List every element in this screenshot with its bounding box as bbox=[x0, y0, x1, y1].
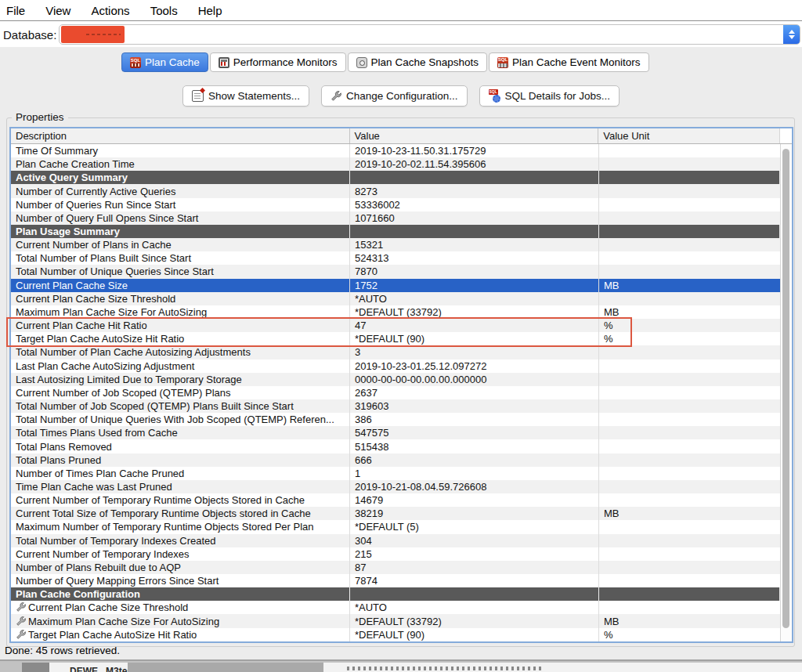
column-header-value[interactable]: Value bbox=[350, 128, 599, 143]
table-row[interactable]: Time Of Summary 2019-10-23-11.50.31.1757… bbox=[11, 144, 780, 157]
tab[interactable]: Performance Monitors bbox=[210, 52, 346, 72]
vertical-scrollbar[interactable] bbox=[780, 144, 792, 641]
value-cell: 7874 bbox=[350, 574, 599, 587]
description-text: Number of Plans Rebuilt due to AQP bbox=[16, 562, 181, 573]
value-unit-cell bbox=[599, 453, 780, 467]
menu-item[interactable]: View bbox=[45, 4, 70, 17]
table-row[interactable]: Current Plan Cache Hit Ratio 47 % bbox=[11, 319, 780, 332]
value-text: 7870 bbox=[355, 266, 378, 277]
value-text: 215 bbox=[355, 548, 372, 560]
tab[interactable]: Plan Cache Event Monitors bbox=[489, 52, 649, 72]
description-text: Plan Cache Configuration bbox=[16, 588, 140, 600]
table-row[interactable]: Current Number of Job Scoped (QTEMP) Pla… bbox=[11, 386, 780, 399]
table-row[interactable]: Current Plan Cache Size Threshold *AUTO bbox=[11, 601, 780, 614]
value-cell: 319603 bbox=[350, 399, 599, 413]
value-unit-text: % bbox=[604, 333, 613, 345]
table-row[interactable]: Number of Query Mapping Errors Since Sta… bbox=[11, 574, 780, 587]
table-row[interactable]: Target Plan Cache AutoSize Hit Ratio *DE… bbox=[11, 332, 780, 345]
description-text: Total Times Plans Used from Cache bbox=[16, 427, 178, 439]
description-text: Time Plan Cache was Last Pruned bbox=[16, 481, 172, 493]
table-row[interactable]: Target Plan Cache AutoSize Hit Ratio *DE… bbox=[11, 628, 780, 641]
table-row[interactable]: Total Plans Removed 515438 bbox=[11, 439, 780, 453]
menu-item[interactable]: Help bbox=[198, 4, 222, 17]
tab-bar: Plan Cache Performance Monitors Plan Cac… bbox=[121, 52, 649, 72]
table-row[interactable]: Current Number of Temporary Runtime Obje… bbox=[11, 493, 780, 507]
tab-label: Plan Cache Event Monitors bbox=[512, 56, 641, 68]
toolbar-button[interactable]: Change Configuration... bbox=[321, 85, 468, 107]
value-unit-cell: MB bbox=[599, 279, 780, 292]
table-row[interactable]: Plan Cache Configuration bbox=[11, 587, 780, 601]
value-cell: 7870 bbox=[350, 265, 599, 278]
value-unit-cell: % bbox=[599, 319, 780, 332]
toolbar-button[interactable]: Show Statements... bbox=[182, 85, 309, 107]
table-row[interactable]: Current Number of Temporary Indexes 215 bbox=[11, 547, 780, 561]
value-text: 15321 bbox=[355, 239, 383, 251]
table-row[interactable]: Plan Usage Summary bbox=[11, 225, 780, 238]
database-combobox[interactable] bbox=[59, 24, 800, 45]
table-row[interactable]: Maximum Plan Cache Size For AutoSizing *… bbox=[11, 305, 780, 319]
table-row[interactable]: Total Number of Plan Cache Autosizing Ad… bbox=[11, 345, 780, 359]
table-row[interactable]: Maximum Number of Temporary Runtime Obje… bbox=[11, 520, 780, 533]
table-row[interactable]: Number of Query Full Opens Since Start 1… bbox=[11, 211, 780, 225]
toolbar-button[interactable]: SQL Details for Jobs... bbox=[479, 85, 620, 107]
value-cell bbox=[350, 225, 599, 238]
description-text: Total Number of Unique Queries Since Sta… bbox=[16, 266, 214, 277]
value-unit-cell bbox=[599, 426, 780, 439]
column-header-description[interactable]: Description bbox=[11, 128, 350, 143]
description-cell: Current Plan Cache Size Threshold bbox=[11, 292, 350, 305]
value-unit-cell bbox=[599, 386, 780, 399]
description-cell: Total Plans Pruned bbox=[11, 453, 350, 467]
table-row[interactable]: Number of Queries Run Since Start 533360… bbox=[11, 198, 780, 211]
value-text: *AUTO bbox=[355, 293, 387, 305]
table-row[interactable]: Total Times Plans Used from Cache 547575 bbox=[11, 426, 780, 439]
table-row[interactable]: Current Total Size of Temporary Runtime … bbox=[11, 507, 780, 520]
menu-item[interactable]: File bbox=[6, 4, 25, 17]
table-row[interactable]: Total Number of Job Scoped (QTEMP) Plans… bbox=[11, 399, 780, 413]
value-cell: 2019-10-23-01.25.12.097272 bbox=[350, 359, 599, 373]
value-unit-cell bbox=[599, 211, 780, 225]
value-unit-text: MB bbox=[604, 508, 620, 519]
value-cell bbox=[350, 587, 599, 601]
value-cell: 38219 bbox=[350, 507, 599, 520]
menu-item[interactable]: Tools bbox=[150, 4, 178, 17]
combobox-stepper[interactable] bbox=[783, 25, 800, 44]
column-header-value-unit[interactable]: Value Unit bbox=[598, 128, 779, 143]
table-row[interactable]: Current Plan Cache Size Threshold *AUTO bbox=[11, 292, 780, 305]
description-text: Total Plans Pruned bbox=[16, 454, 101, 466]
tab[interactable]: Plan Cache bbox=[121, 52, 208, 72]
table-row[interactable]: Current Number of Plans in Cache 15321 bbox=[11, 238, 780, 251]
table-row[interactable]: Plan Cache Creation Time 2019-10-20-02.1… bbox=[11, 157, 780, 171]
table-row[interactable]: Number of Currently Active Queries 8273 bbox=[11, 184, 780, 197]
value-cell: *DEFAULT (90) bbox=[350, 628, 599, 641]
description-text: Total Number of Plans Built Since Start bbox=[16, 252, 191, 264]
value-cell: 386 bbox=[350, 413, 599, 426]
value-unit-cell bbox=[599, 534, 780, 547]
value-cell: 2019-10-21-08.04.59.726608 bbox=[350, 480, 599, 493]
table-row[interactable]: Total Number of Unique Queries With Job … bbox=[11, 413, 780, 426]
table-row[interactable]: Number of Times Plan Cache Pruned 1 bbox=[11, 467, 780, 480]
tab[interactable]: Plan Cache Snapshots bbox=[348, 52, 487, 72]
table-row[interactable]: Number of Plans Rebuilt due to AQP 87 bbox=[11, 561, 780, 574]
menu-item[interactable]: Actions bbox=[91, 4, 129, 17]
table-row[interactable]: Active Query Summary bbox=[11, 171, 780, 184]
table-row[interactable]: Current Plan Cache Size 1752 MB bbox=[11, 279, 780, 292]
value-cell: 547575 bbox=[350, 426, 599, 439]
value-cell: 2019-10-20-02.11.54.395606 bbox=[350, 157, 599, 171]
scrollbar-thumb[interactable] bbox=[782, 149, 789, 628]
table-row[interactable]: Total Number of Temporary Indexes Create… bbox=[11, 534, 780, 547]
table-row[interactable]: Last Autosizing Limited Due to Temporary… bbox=[11, 373, 780, 386]
table-row[interactable]: Total Number of Unique Queries Since Sta… bbox=[11, 265, 780, 278]
value-unit-text: MB bbox=[604, 306, 620, 318]
table-row[interactable]: Maximum Plan Cache Size For AutoSizing *… bbox=[11, 614, 780, 627]
value-text: 1752 bbox=[355, 280, 378, 291]
description-text: Time Of Summary bbox=[16, 145, 98, 157]
table-row[interactable]: Total Number of Plans Built Since Start … bbox=[11, 251, 780, 265]
description-text: Plan Cache Creation Time bbox=[16, 158, 135, 170]
table-row[interactable]: Time Plan Cache was Last Pruned 2019-10-… bbox=[11, 480, 780, 493]
value-cell: 2019-10-23-11.50.31.175729 bbox=[350, 144, 599, 157]
table-row[interactable]: Last Plan Cache AutoSizing Adjustment 20… bbox=[11, 359, 780, 373]
table-row[interactable]: Total Plans Pruned 666 bbox=[11, 453, 780, 467]
tab-icon bbox=[130, 57, 141, 68]
description-cell: Total Number of Plan Cache Autosizing Ad… bbox=[11, 345, 350, 359]
description-text: Number of Query Mapping Errors Since Sta… bbox=[16, 575, 219, 587]
